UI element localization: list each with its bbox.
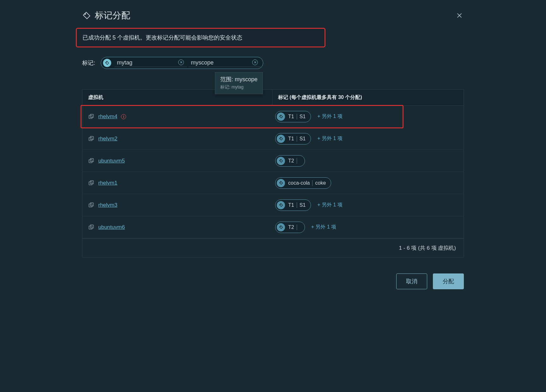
assign-button[interactable]: 分配 <box>433 273 464 289</box>
tag-input[interactable] <box>114 59 187 67</box>
vm-link[interactable]: rhelvm3 <box>98 202 117 208</box>
tag-field-label: 标记: <box>82 59 95 67</box>
svg-point-7 <box>280 138 280 138</box>
scope-tooltip: 范围: myscope 标记: mytag <box>215 72 263 94</box>
more-tags-link[interactable]: + 另外 1 项 <box>317 202 343 208</box>
table-row: rhelvm1coca-colacoke <box>82 172 464 194</box>
more-tags-link[interactable]: + 另外 1 项 <box>311 224 337 230</box>
tag-icon <box>277 157 285 165</box>
tag-chip[interactable]: T1S1 <box>275 133 311 144</box>
svg-rect-12 <box>90 181 94 184</box>
tag-input-row: 标记: ✕ ✕ 范围: myscope 标记: mytag <box>70 57 476 77</box>
svg-rect-8 <box>89 159 92 162</box>
table-pager: 1 - 6 项 (共 6 项 虚拟机) <box>82 238 464 257</box>
svg-rect-9 <box>90 158 94 162</box>
tag-icon <box>277 135 285 143</box>
svg-point-13 <box>280 182 280 182</box>
more-tags-link[interactable]: + 另外 1 项 <box>317 113 343 120</box>
dialog-header: 标记分配 <box>70 0 476 28</box>
tag-scope-pill: ✕ ✕ <box>101 57 263 69</box>
svg-rect-15 <box>90 203 94 206</box>
tag-chip[interactable]: T1S1 <box>275 111 311 122</box>
table-row: rhelvm2T1S1+ 另外 1 项 <box>82 128 464 150</box>
tag-icon <box>277 113 285 121</box>
svg-rect-3 <box>90 114 94 117</box>
svg-rect-11 <box>89 181 92 185</box>
svg-point-10 <box>280 160 280 160</box>
vm-link[interactable]: ubuntuvm6 <box>98 224 125 230</box>
vm-link[interactable]: rhelvm4 <box>98 113 117 120</box>
svg-rect-18 <box>90 225 94 228</box>
tag-icon <box>277 201 285 209</box>
clear-scope-button[interactable]: ✕ <box>252 59 258 65</box>
svg-point-1 <box>106 62 106 62</box>
vm-icon <box>88 136 94 142</box>
warning-icon: i <box>121 114 126 119</box>
svg-point-4 <box>280 116 280 116</box>
success-alert: 已成功分配 5 个虚拟机。更改标记分配可能会影响您的安全状态 <box>76 28 325 47</box>
vm-table: 虚拟机 标记 (每个虚拟机最多具有 30 个分配) rhelvm4iT1S1+ … <box>82 89 464 258</box>
svg-rect-6 <box>90 136 94 139</box>
tooltip-tag-line: 标记: mytag <box>220 84 258 90</box>
vm-icon <box>88 180 94 186</box>
tag-icon <box>82 11 91 20</box>
svg-point-0 <box>85 14 86 15</box>
svg-rect-17 <box>89 226 92 229</box>
table-row: rhelvm4iT1S1+ 另外 1 项 <box>81 106 403 128</box>
svg-rect-5 <box>89 137 92 140</box>
more-tags-link[interactable]: + 另外 1 项 <box>317 135 343 142</box>
tag-icon <box>103 59 111 67</box>
tag-chip[interactable]: T2 <box>275 155 305 167</box>
dialog-title: 标记分配 <box>95 9 130 21</box>
tag-icon <box>277 223 285 231</box>
table-header: 虚拟机 标记 (每个虚拟机最多具有 30 个分配) <box>82 90 464 106</box>
tag-chip[interactable]: T1S1 <box>275 199 311 211</box>
tag-chip[interactable]: T2 <box>275 222 305 233</box>
close-button[interactable] <box>455 11 464 20</box>
dialog-footer: 取消 分配 <box>70 264 476 299</box>
cancel-button[interactable]: 取消 <box>396 273 427 289</box>
svg-rect-14 <box>89 204 92 207</box>
vm-link[interactable]: ubuntuvm5 <box>98 158 125 164</box>
tooltip-scope-line: 范围: myscope <box>220 76 258 83</box>
vm-icon <box>88 158 94 164</box>
tag-assign-dialog: 标记分配 已成功分配 5 个虚拟机。更改标记分配可能会影响您的安全状态 标记: … <box>70 0 476 299</box>
table-row: ubuntuvm6T2+ 另外 1 项 <box>82 216 464 238</box>
svg-point-16 <box>280 204 280 205</box>
table-row: ubuntuvm5T2 <box>82 150 464 172</box>
scope-input[interactable] <box>188 59 261 67</box>
tag-icon <box>277 179 285 187</box>
vm-link[interactable]: rhelvm1 <box>98 180 117 186</box>
table-row: rhelvm3T1S1+ 另外 1 项 <box>82 194 464 216</box>
svg-rect-2 <box>89 115 92 118</box>
vm-link[interactable]: rhelvm2 <box>98 136 117 142</box>
vm-icon <box>88 202 94 208</box>
vm-icon <box>88 224 94 230</box>
col-tags: 标记 (每个虚拟机最多具有 30 个分配) <box>272 90 464 105</box>
vm-icon <box>88 113 94 120</box>
tag-chip[interactable]: coca-colacoke <box>275 177 331 189</box>
svg-point-19 <box>280 226 280 227</box>
clear-tag-button[interactable]: ✕ <box>178 59 184 65</box>
